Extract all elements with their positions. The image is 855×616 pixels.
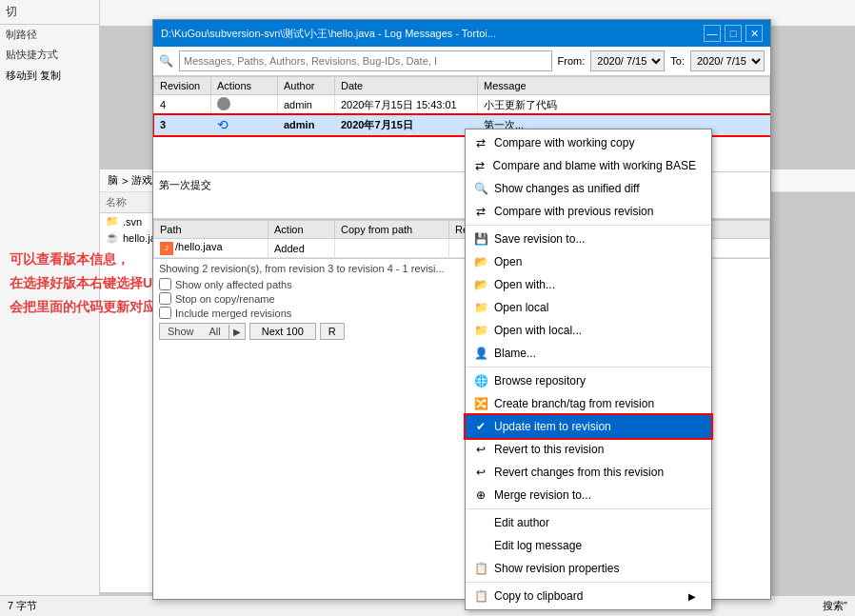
ctx-unified-diff-label: Show changes as unified diff: [494, 182, 640, 195]
path-col-copy: Copy from path: [335, 221, 449, 239]
context-menu: ⇄ Compare with working copy ⇄ Compare an…: [465, 129, 712, 610]
maximize-button[interactable]: □: [725, 25, 742, 42]
path-col-path: Path: [154, 221, 268, 239]
ctx-open-with-label: Open with...: [494, 278, 555, 291]
show-btn-arrow-icon[interactable]: ▶: [229, 325, 245, 339]
checkbox-affected-label: Show only affected paths: [175, 279, 292, 290]
ctx-compare-blame[interactable]: ⇄ Compare and blame with working BASE: [466, 154, 711, 177]
search-input[interactable]: [179, 50, 552, 71]
ctx-compare-working[interactable]: ⇄ Compare with working copy: [466, 131, 711, 154]
compare-blame-icon: ⇄: [473, 158, 487, 173]
ctx-open-local-with[interactable]: 📁 Open with local...: [466, 319, 711, 342]
row2-date: 2020年7月15日: [335, 115, 478, 135]
ctx-revert-changes[interactable]: ↩ Revert changes from this revision: [466, 461, 711, 484]
edit-author-icon: [473, 515, 488, 530]
log-window-title: D:\KuGou\subversion-svn\测试\小王\hello.java…: [161, 27, 704, 41]
ctx-open-with[interactable]: 📂 Open with...: [466, 273, 711, 296]
show-button[interactable]: Show All ▶: [159, 323, 246, 340]
checkbox-merged[interactable]: [159, 307, 171, 319]
ctx-open[interactable]: 📂 Open: [466, 250, 711, 273]
java-icon: ☕: [106, 231, 119, 244]
browse-icon: 🌐: [473, 373, 488, 388]
cut-label: 切: [6, 5, 17, 18]
next-button[interactable]: Next 100: [249, 323, 316, 340]
java-file-icon: J: [160, 242, 173, 255]
ctx-update-item[interactable]: ✔ Update item to revision: [466, 415, 711, 438]
file-svn-label: .svn: [123, 216, 142, 228]
ctx-compare-prev[interactable]: ⇄ Compare with previous revision: [466, 200, 711, 223]
col-message: Message: [478, 77, 770, 95]
ctx-show-props-label: Show revision properties: [494, 562, 619, 575]
path-file: J/hello.java: [154, 239, 268, 258]
ctx-browse-repo[interactable]: 🌐 Browse repository: [466, 369, 711, 392]
ctx-show-props[interactable]: 📋 Show revision properties: [466, 557, 711, 580]
ctx-copy-clipboard[interactable]: 📋 Copy to clipboard ▶: [466, 585, 711, 607]
message-text: 第一次提交: [159, 179, 211, 190]
ctx-create-branch-label: Create branch/tag from revision: [494, 397, 654, 410]
ctx-merge-revision-label: Merge revision to...: [494, 488, 591, 502]
revert-changes-icon: ↩: [473, 465, 488, 480]
sidebar-贴快捷方式: 贴快捷方式: [0, 45, 99, 65]
compare-prev-icon: ⇄: [473, 204, 488, 219]
ctx-update-item-label: Update item to revision: [494, 420, 611, 433]
checkbox-stop-label: Stop on copy/rename: [175, 293, 275, 305]
row2-author: admin: [278, 115, 335, 135]
search-right[interactable]: 搜索": [823, 599, 847, 613]
show-props-icon: 📋: [473, 561, 488, 576]
refresh-button[interactable]: R: [320, 323, 345, 340]
ctx-compare-prev-label: Compare with previous revision: [494, 205, 653, 218]
branch-icon: 🔀: [473, 396, 488, 411]
ctx-edit-log-label: Edit log message: [494, 539, 582, 552]
open-icon: 📂: [473, 254, 488, 269]
ctx-edit-author-label: Edit author: [494, 516, 549, 529]
ctx-open-local-label: Open local: [494, 301, 548, 314]
date-row: From: 2020/ 7/15 To: 2020/ 7/15: [558, 50, 765, 71]
row1-author: admin: [278, 95, 335, 115]
path-copy-from: [335, 239, 449, 258]
ctx-sep4: [466, 582, 711, 583]
ctx-open-local[interactable]: 📁 Open local: [466, 296, 711, 319]
ctx-sep1: [466, 225, 711, 226]
checkbox-stop-copy[interactable]: [159, 292, 171, 305]
path-col-action: Action: [268, 221, 335, 239]
ctx-copy-clipboard-label: Copy to clipboard: [494, 589, 583, 603]
table-row[interactable]: 4 admin 2020年7月15日 15:43:01 小王更新了代码: [154, 95, 770, 115]
row1-actions: [211, 95, 278, 115]
titlebar-buttons: — □ ✕: [704, 25, 763, 42]
ctx-revert-revision[interactable]: ↩ Revert to this revision: [466, 438, 711, 461]
from-date-select[interactable]: 2020/ 7/15: [590, 50, 665, 71]
open-local-icon: 📁: [473, 300, 488, 315]
sidebar-movecopy[interactable]: 移动到 复制: [0, 65, 99, 87]
col-actions: Actions: [211, 77, 278, 95]
ctx-arrow-icon: ▶: [688, 591, 696, 602]
ctx-browse-repo-label: Browse repository: [494, 374, 586, 387]
breadcrumb-sep: >: [122, 175, 128, 187]
row1-date: 2020年7月15日 15:43:01: [335, 95, 478, 115]
update-icon: ✔: [473, 419, 488, 434]
open-local-with-icon: 📁: [473, 323, 488, 338]
ctx-edit-author[interactable]: Edit author: [466, 511, 711, 534]
ctx-open-local-with-label: Open with local...: [494, 324, 582, 337]
ctx-edit-log[interactable]: Edit log message: [466, 534, 711, 557]
log-titlebar: D:\KuGou\subversion-svn\测试\小王\hello.java…: [153, 20, 770, 47]
save-icon: 💾: [473, 231, 488, 247]
checkbox-affected-paths[interactable]: [159, 278, 171, 290]
checkbox-merged-label: Include merged revisions: [175, 308, 291, 319]
close-button[interactable]: ✕: [746, 25, 763, 42]
sidebar-制路径: 制路径: [0, 25, 99, 45]
revert-icon: ↩: [473, 442, 488, 457]
show-btn-label: Show: [160, 324, 202, 339]
search-icon: 🔍: [159, 54, 173, 68]
ctx-save-revision-label: Save revision to...: [494, 232, 585, 246]
to-label: To:: [670, 55, 685, 67]
path-action: Added: [268, 239, 335, 258]
ctx-merge-revision[interactable]: ⊕ Merge revision to...: [466, 484, 711, 507]
ctx-save-revision[interactable]: 💾 Save revision to...: [466, 228, 711, 250]
search-bar: 🔍 From: 2020/ 7/15 To: 2020/ 7/15: [153, 47, 770, 76]
to-date-select[interactable]: 2020/ 7/15: [690, 50, 765, 71]
ctx-create-branch[interactable]: 🔀 Create branch/tag from revision: [466, 392, 711, 415]
ctx-blame[interactable]: 👤 Blame...: [466, 342, 711, 365]
minimize-button[interactable]: —: [704, 25, 721, 42]
ctx-unified-diff[interactable]: 🔍 Show changes as unified diff: [466, 177, 711, 200]
merge-icon: ⊕: [473, 487, 488, 503]
